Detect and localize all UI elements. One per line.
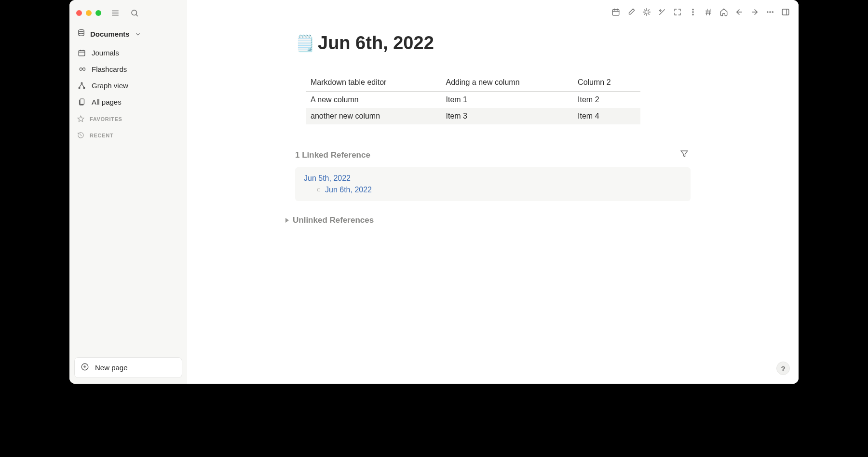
- filter-button[interactable]: [680, 149, 691, 161]
- sidebar-nav: Journals Flashcards Graph view All pages: [74, 45, 182, 109]
- home-button[interactable]: [718, 6, 730, 18]
- svg-point-12: [83, 87, 85, 89]
- reference-sub-item[interactable]: Jun 6th, 2022: [317, 186, 682, 194]
- more-vert-button[interactable]: [687, 6, 699, 18]
- table-header[interactable]: Markdown table editor: [306, 74, 441, 92]
- titlebar-row: [74, 6, 182, 25]
- history-icon: [77, 132, 85, 139]
- wand-button[interactable]: [656, 6, 668, 18]
- svg-rect-36: [782, 9, 789, 15]
- svg-marker-16: [78, 116, 84, 121]
- svg-line-30: [709, 9, 710, 15]
- page-title[interactable]: 🗒️ Jun 6th, 2022: [295, 30, 691, 65]
- svg-rect-20: [612, 10, 619, 15]
- sidebar-item-flashcards[interactable]: Flashcards: [74, 61, 182, 77]
- svg-point-35: [772, 12, 773, 13]
- chevron-down-icon: [135, 31, 141, 38]
- svg-rect-15: [80, 99, 84, 104]
- help-button[interactable]: ?: [776, 362, 790, 375]
- svg-point-26: [692, 14, 693, 15]
- table-cell[interactable]: another new column: [306, 108, 441, 124]
- page-emoji: 🗒️: [295, 34, 315, 53]
- more-horiz-button[interactable]: [764, 6, 776, 18]
- table-block[interactable]: Markdown table editor Adding a new colum…: [295, 65, 691, 124]
- reference-sub-link[interactable]: Jun 6th, 2022: [325, 186, 372, 194]
- recent-section[interactable]: RECENT: [74, 126, 182, 142]
- new-page-label: New page: [95, 363, 128, 372]
- minimize-window-icon[interactable]: [86, 10, 92, 16]
- app-window: Documents Journals Flashcards Graph view…: [69, 0, 799, 384]
- toggle-sidebar-button[interactable]: [110, 8, 121, 18]
- star-icon: [77, 115, 85, 123]
- sidebar-item-label: All pages: [92, 98, 122, 106]
- linked-references-title: 1 Linked Reference: [295, 150, 370, 160]
- graph-icon: [77, 81, 86, 90]
- calendar-button[interactable]: [610, 6, 622, 18]
- infinity-icon: [77, 65, 86, 73]
- sidebar: Documents Journals Flashcards Graph view…: [69, 0, 187, 384]
- sub-bullet-icon: [317, 188, 320, 191]
- workspace-picker[interactable]: Documents: [74, 25, 182, 43]
- sidebar-item-label: Flashcards: [92, 65, 127, 73]
- sidebar-item-journals[interactable]: Journals: [74, 45, 182, 60]
- table-header[interactable]: Column 2: [573, 74, 640, 92]
- svg-rect-6: [79, 50, 85, 55]
- edit-button[interactable]: [625, 6, 637, 18]
- unlinked-references-title: Unlinked References: [293, 215, 374, 225]
- svg-point-10: [81, 82, 82, 84]
- search-button[interactable]: [129, 8, 140, 18]
- reference-page-link[interactable]: Jun 5th, 2022: [304, 174, 682, 183]
- svg-point-5: [79, 29, 84, 31]
- sidebar-item-label: Journals: [92, 49, 119, 57]
- hash-button[interactable]: [702, 6, 715, 18]
- table-row[interactable]: A new column Item 1 Item 2: [306, 92, 640, 108]
- svg-line-4: [136, 14, 137, 16]
- svg-marker-38: [681, 151, 688, 157]
- top-toolbar: [187, 0, 799, 24]
- table-cell[interactable]: Item 1: [441, 92, 573, 108]
- svg-point-11: [79, 87, 80, 89]
- new-page-button[interactable]: New page: [74, 357, 182, 378]
- svg-line-13: [79, 83, 81, 87]
- plugin-button[interactable]: [640, 6, 653, 18]
- forward-button[interactable]: [748, 6, 761, 18]
- close-window-icon[interactable]: [76, 10, 82, 16]
- table-cell[interactable]: A new column: [306, 92, 441, 108]
- plus-circle-icon: [81, 363, 89, 373]
- svg-point-25: [692, 12, 693, 13]
- sidebar-item-label: Graph view: [92, 81, 128, 90]
- panel-button[interactable]: [779, 6, 792, 18]
- calendar-icon: [77, 48, 86, 57]
- svg-point-24: [692, 9, 693, 10]
- table-header[interactable]: Adding a new column: [441, 74, 573, 92]
- page-body: 🗒️ Jun 6th, 2022 Markdown table editor A…: [295, 24, 691, 225]
- table-row[interactable]: another new column Item 3 Item 4: [306, 108, 640, 124]
- triangle-right-icon: [285, 218, 289, 223]
- pages-icon: [77, 97, 86, 106]
- back-button[interactable]: [733, 6, 746, 18]
- table-cell[interactable]: Item 2: [573, 92, 640, 108]
- zoom-window-icon[interactable]: [95, 10, 101, 16]
- page-title-text: Jun 6th, 2022: [318, 33, 434, 54]
- svg-point-33: [767, 12, 768, 13]
- markdown-table[interactable]: Markdown table editor Adding a new colum…: [306, 74, 640, 124]
- table-cell[interactable]: Item 4: [573, 108, 640, 124]
- unlinked-references-header[interactable]: Unlinked References: [285, 215, 691, 225]
- database-icon: [77, 29, 85, 39]
- sidebar-item-graph[interactable]: Graph view: [74, 78, 182, 93]
- workspace-name: Documents: [90, 30, 130, 38]
- sidebar-item-allpages[interactable]: All pages: [74, 94, 182, 109]
- section-label-text: RECENT: [90, 133, 113, 138]
- expand-button[interactable]: [671, 6, 684, 18]
- linked-references-header[interactable]: 1 Linked Reference: [295, 149, 691, 161]
- table-cell[interactable]: Item 3: [441, 108, 573, 124]
- favorites-section[interactable]: FAVORITES: [74, 109, 182, 126]
- svg-point-34: [770, 12, 771, 13]
- main-pane: 🗒️ Jun 6th, 2022 Markdown table editor A…: [187, 0, 799, 384]
- svg-point-3: [132, 10, 137, 15]
- linked-reference-block: Jun 5th, 2022 Jun 6th, 2022: [295, 167, 691, 201]
- window-traffic-lights: [76, 10, 101, 16]
- svg-line-14: [81, 83, 84, 87]
- section-label-text: FAVORITES: [90, 116, 122, 122]
- svg-line-29: [706, 9, 707, 15]
